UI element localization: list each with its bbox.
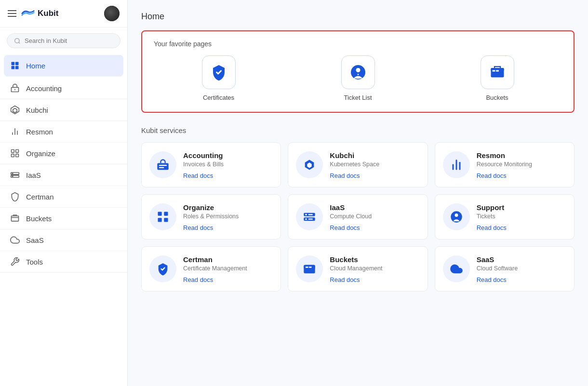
- favorites-grid: Certificates Ticket List: [154, 55, 562, 101]
- support-svc-name: Support: [477, 203, 507, 212]
- certman-svc-link[interactable]: Read docs: [183, 276, 247, 283]
- service-card-iaas[interactable]: IaaS Compute Cloud Read docs: [288, 194, 428, 240]
- service-card-support[interactable]: Support Tickets Read docs: [435, 194, 575, 240]
- home-icon: [10, 60, 20, 71]
- sidebar-item-kubchi[interactable]: Kubchi: [0, 99, 127, 121]
- fav-card-ticket-list[interactable]: Ticket List: [293, 55, 423, 101]
- accounting-svc-link[interactable]: Read docs: [183, 172, 224, 179]
- tools-icon: [10, 256, 20, 267]
- svg-marker-8: [13, 108, 17, 113]
- sidebar-item-buckets[interactable]: Buckets: [0, 208, 127, 229]
- svg-rect-37: [158, 218, 162, 222]
- sidebar-item-buckets-label: Buckets: [26, 214, 52, 223]
- saas-svc-info: SaaS Cloud Software Read docs: [477, 255, 518, 283]
- logo-text: Kubit: [38, 9, 58, 18]
- support-svc-link[interactable]: Read docs: [477, 224, 507, 231]
- organize-svc-icon: [149, 203, 176, 230]
- svg-point-18: [12, 173, 13, 174]
- svg-rect-20: [12, 216, 19, 221]
- svg-rect-49: [306, 266, 308, 267]
- certman-icon: [10, 191, 20, 202]
- iaas-icon: [10, 170, 20, 180]
- fav-label-certificates: Certificates: [203, 94, 234, 101]
- sidebar-item-certman[interactable]: Certman: [0, 186, 127, 208]
- certman-svc-name: Certman: [183, 255, 247, 264]
- sidebar-item-iaas[interactable]: IaaS: [0, 164, 127, 186]
- sidebar-item-saas[interactable]: SaaS: [0, 229, 127, 251]
- service-card-resmon[interactable]: Resmon Resource Monitoring Read docs: [435, 142, 575, 187]
- resmon-icon: [10, 126, 20, 137]
- service-card-certman[interactable]: Certman Certificate Management Read docs: [141, 246, 281, 292]
- search-box[interactable]: [7, 33, 120, 48]
- main-content: Home Your favorite pages Certificates: [128, 0, 588, 386]
- buckets-svc-desc: Cloud Management: [330, 265, 382, 272]
- accounting-icon: [10, 83, 20, 93]
- support-svc-icon: [443, 203, 470, 230]
- organize-svc-info: Organize Roles & Permissions Read docs: [183, 203, 239, 231]
- accounting-svc-name: Accounting: [183, 151, 224, 160]
- svg-rect-43: [308, 214, 313, 215]
- svg-point-0: [15, 38, 19, 42]
- sidebar-item-tools[interactable]: Tools: [0, 251, 127, 273]
- sidebar-item-home-label: Home: [26, 62, 45, 70]
- fav-label-ticket-list: Ticket List: [344, 94, 372, 101]
- svg-rect-44: [308, 219, 313, 220]
- resmon-svc-desc: Resource Monitoring: [477, 161, 532, 168]
- sidebar-item-saas-label: SaaS: [26, 236, 44, 244]
- certificates-icon: [202, 55, 236, 89]
- sidebar-item-home[interactable]: Home: [4, 55, 123, 77]
- iaas-svc-name: IaaS: [330, 203, 372, 212]
- svg-rect-28: [159, 165, 167, 166]
- buckets-svc-icon: [296, 255, 323, 282]
- svg-rect-13: [16, 150, 19, 153]
- kubchi-svc-name: Kubchi: [330, 151, 379, 160]
- services-section-title: Kubit services: [141, 126, 575, 134]
- saas-svc-icon: [443, 255, 470, 282]
- accounting-svc-info: Accounting Invoices & Bills Read docs: [183, 151, 224, 179]
- svg-point-46: [454, 213, 458, 217]
- resmon-svc-icon: [443, 151, 470, 178]
- service-card-accounting[interactable]: Accounting Invoices & Bills Read docs: [141, 142, 281, 187]
- favorites-box: Your favorite pages Certificates: [141, 30, 575, 113]
- avatar[interactable]: [104, 6, 120, 21]
- svg-rect-14: [12, 154, 14, 157]
- sidebar-item-resmon-label: Resmon: [26, 128, 53, 136]
- sidebar-item-iaas-label: IaaS: [26, 171, 41, 179]
- svg-rect-38: [164, 218, 168, 222]
- sidebar-item-resmon[interactable]: Resmon: [0, 121, 127, 143]
- sidebar-item-accounting-label: Accounting: [26, 84, 62, 93]
- svg-point-41: [306, 214, 307, 216]
- kubchi-svc-link[interactable]: Read docs: [330, 172, 379, 179]
- sidebar-item-accounting[interactable]: Accounting: [0, 78, 127, 99]
- fav-card-buckets[interactable]: Buckets: [432, 55, 562, 101]
- svg-rect-29: [159, 167, 164, 168]
- resmon-svc-link[interactable]: Read docs: [477, 172, 532, 179]
- iaas-svc-link[interactable]: Read docs: [330, 224, 372, 231]
- organize-svc-name: Organize: [183, 203, 239, 212]
- iaas-svc-desc: Compute Cloud: [330, 213, 372, 220]
- search-input[interactable]: [25, 37, 113, 44]
- service-card-organize[interactable]: Organize Roles & Permissions Read docs: [141, 194, 281, 240]
- svg-rect-25: [492, 70, 495, 72]
- svg-rect-12: [12, 150, 14, 153]
- nav-list: Home Accounting Kubchi Resmon: [0, 54, 127, 386]
- buckets-svc-link[interactable]: Read docs: [330, 276, 382, 283]
- resmon-svc-name: Resmon: [477, 151, 532, 160]
- page-title: Home: [141, 12, 575, 22]
- hamburger-menu[interactable]: [8, 10, 16, 17]
- saas-svc-name: SaaS: [477, 255, 518, 264]
- service-card-kubchi[interactable]: Kubchi Kubernetes Space Read docs: [288, 142, 428, 187]
- service-card-saas[interactable]: SaaS Cloud Software Read docs: [435, 246, 575, 292]
- accounting-svc-icon: [149, 151, 176, 178]
- svg-point-42: [306, 218, 307, 220]
- support-svc-info: Support Tickets Read docs: [477, 203, 507, 231]
- saas-svc-link[interactable]: Read docs: [477, 276, 518, 283]
- organize-svc-link[interactable]: Read docs: [183, 224, 239, 231]
- sidebar-item-kubchi-label: Kubchi: [26, 106, 48, 114]
- service-card-buckets[interactable]: Buckets Cloud Management Read docs: [288, 246, 428, 292]
- saas-icon: [10, 235, 20, 245]
- fav-card-certificates[interactable]: Certificates: [154, 55, 283, 101]
- sidebar-item-organize-label: Organize: [26, 149, 55, 158]
- sidebar-item-organize[interactable]: Organize: [0, 143, 127, 164]
- sidebar-item-certman-label: Certman: [26, 193, 54, 201]
